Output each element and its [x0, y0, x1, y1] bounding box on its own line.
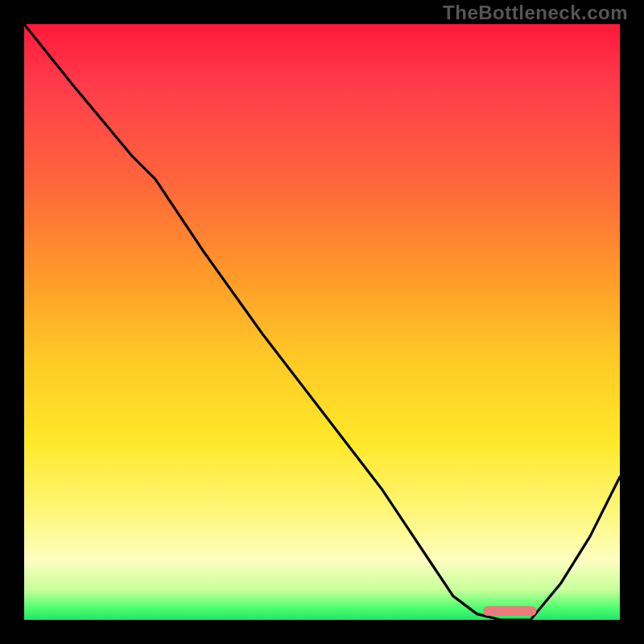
watermark-text: TheBottleneck.com — [443, 2, 628, 24]
heat-gradient-bg — [24, 24, 620, 620]
chart-frame: TheBottleneck.com — [0, 0, 644, 644]
plot-area — [24, 24, 620, 620]
